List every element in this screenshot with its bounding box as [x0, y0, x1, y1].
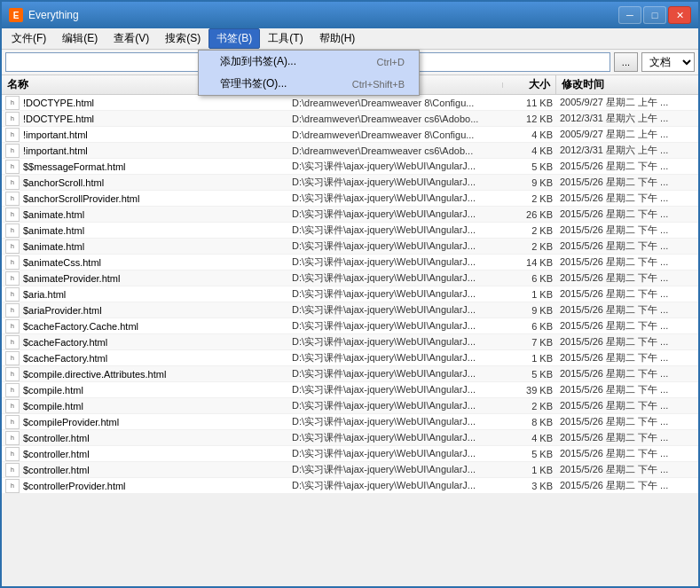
file-icon: h: [5, 415, 20, 429]
bookmark-manage-item[interactable]: 管理书签(O)... Ctrl+Shift+B: [199, 73, 419, 95]
file-name: $controllerProvider.html: [21, 481, 290, 491]
file-size: 5 KB: [503, 449, 556, 459]
file-date: 2012/3/31 星期六 上午 ...: [556, 112, 698, 125]
table-row[interactable]: h !DOCTYPE.html D:\dreamwever\Dreamweave…: [2, 111, 698, 127]
file-size: 2 KB: [503, 401, 556, 412]
menu-help[interactable]: 帮助(H): [311, 28, 364, 49]
header-date[interactable]: 修改时间: [556, 74, 698, 95]
file-list-body[interactable]: h !DOCTYPE.html D:\dreamwever\Dreamweave…: [2, 95, 698, 569]
menu-view[interactable]: 查看(V): [106, 28, 157, 49]
file-size: 2 KB: [503, 193, 556, 204]
file-icon: h: [5, 144, 20, 158]
table-row[interactable]: h $animate.html D:\实习课件\ajax-jquery\WebU…: [2, 207, 698, 223]
table-row[interactable]: h $compile.directive.Attributes.html D:\…: [2, 366, 698, 382]
file-path: D:\实习课件\ajax-jquery\WebUI\AngularJ...: [290, 335, 503, 349]
file-name: $animateProvider.html: [21, 273, 290, 284]
file-name: $compileProvider.html: [21, 417, 290, 427]
bookmark-add-item[interactable]: 添加到书签(A)... Ctrl+D: [199, 51, 419, 73]
table-row[interactable]: h $animate.html D:\实习课件\ajax-jquery\WebU…: [2, 239, 698, 255]
maximize-button[interactable]: □: [643, 6, 666, 24]
file-name: !important.html: [21, 129, 290, 140]
menu-bookmark[interactable]: 书签(B): [208, 28, 260, 49]
table-row[interactable]: h $cacheFactory.html D:\实习课件\ajax-jquery…: [2, 350, 698, 366]
file-name: $anchorScroll.html: [21, 177, 290, 188]
table-row[interactable]: h $compile.html D:\实习课件\ajax-jquery\WebU…: [2, 398, 698, 414]
file-size: 1 KB: [503, 289, 556, 300]
file-name: !important.html: [21, 145, 290, 156]
file-path: D:\实习课件\ajax-jquery\WebUI\AngularJ...: [290, 160, 503, 173]
file-size: 2 KB: [503, 241, 556, 252]
file-size: 7 KB: [503, 337, 556, 348]
table-row[interactable]: h $aria.html D:\实习课件\ajax-jquery\WebUI\A…: [2, 286, 698, 302]
close-button[interactable]: ✕: [668, 6, 691, 24]
file-path: D:\实习课件\ajax-jquery\WebUI\AngularJ...: [290, 479, 503, 492]
file-date: 2005/9/27 星期二 上午 ...: [556, 128, 698, 141]
file-icon: h: [5, 479, 20, 493]
table-row[interactable]: h $anchorScrollProvider.html D:\实习课件\aja…: [2, 191, 698, 207]
table-row[interactable]: h $animateCss.html D:\实习课件\ajax-jquery\W…: [2, 255, 698, 270]
file-name: $controller.html: [21, 433, 290, 443]
file-name: $animate.html: [21, 225, 290, 236]
main-content: 名称 大小 修改时间 h !DOCTYPE.html D:\dreamwever…: [2, 75, 698, 588]
table-row[interactable]: h $controller.html D:\实习课件\ajax-jquery\W…: [2, 446, 698, 462]
file-name: $animate.html: [21, 241, 290, 252]
dropdown-menu: 添加到书签(A)... Ctrl+D 管理书签(O)... Ctrl+Shift…: [198, 50, 420, 96]
table-row[interactable]: h $controllerProvider.html D:\实习课件\ajax-…: [2, 478, 698, 494]
table-row[interactable]: h $anchorScroll.html D:\实习课件\ajax-jquery…: [2, 175, 698, 191]
file-path: D:\实习课件\ajax-jquery\WebUI\AngularJ...: [290, 383, 503, 396]
window-controls: ─ □ ✕: [618, 6, 691, 24]
file-date: 2005/9/27 星期二 上午 ...: [556, 96, 698, 109]
table-row[interactable]: h $animate.html D:\实习课件\ajax-jquery\WebU…: [2, 223, 698, 239]
file-name: !DOCTYPE.html: [21, 114, 290, 124]
table-row[interactable]: h $cacheFactory.html D:\实习课件\ajax-jquery…: [2, 334, 698, 350]
table-row[interactable]: h $controller.html D:\实习课件\ajax-jquery\W…: [2, 430, 698, 446]
file-date: 2015/5/26 星期二 下午 ...: [556, 223, 698, 237]
file-date: 2015/5/26 星期二 下午 ...: [556, 383, 698, 396]
file-size: 5 KB: [503, 369, 556, 380]
menu-tools[interactable]: 工具(T): [260, 28, 311, 49]
file-path: D:\实习课件\ajax-jquery\WebUI\AngularJ...: [290, 208, 503, 221]
bookmark-dropdown: 添加到书签(A)... Ctrl+D 管理书签(O)... Ctrl+Shift…: [198, 50, 420, 96]
file-path: D:\实习课件\ajax-jquery\WebUI\AngularJ...: [290, 223, 503, 237]
file-path: D:\实习课件\ajax-jquery\WebUI\AngularJ...: [290, 176, 503, 189]
file-name: $cacheFactory.Cache.html: [21, 321, 290, 332]
menu-search[interactable]: 搜索(S): [157, 28, 208, 49]
file-icon: h: [5, 208, 20, 222]
table-row[interactable]: h !important.html D:\dreamwever\Dreamwea…: [2, 127, 698, 143]
filter-dropdown[interactable]: 文档: [641, 52, 695, 72]
file-path: D:\实习课件\ajax-jquery\WebUI\AngularJ...: [290, 415, 503, 428]
file-size: 9 KB: [503, 177, 556, 188]
table-row[interactable]: h $compileProvider.html D:\实习课件\ajax-jqu…: [2, 414, 698, 430]
table-row[interactable]: h $controller.html D:\实习课件\ajax-jquery\W…: [2, 462, 698, 478]
table-row[interactable]: h $animateProvider.html D:\实习课件\ajax-jqu…: [2, 270, 698, 286]
file-size: 11 KB: [503, 98, 556, 108]
file-name: $cacheFactory.html: [21, 353, 290, 364]
file-path: D:\实习课件\ajax-jquery\WebUI\AngularJ...: [290, 192, 503, 205]
table-row[interactable]: h $compile.html D:\实习课件\ajax-jquery\WebU…: [2, 382, 698, 398]
file-name: $compile.html: [21, 401, 290, 412]
file-path: D:\实习课件\ajax-jquery\WebUI\AngularJ...: [290, 431, 503, 444]
table-row[interactable]: h $ariaProvider.html D:\实习课件\ajax-jquery…: [2, 302, 698, 318]
table-row[interactable]: h !important.html D:\dreamwever\Dreamwea…: [2, 143, 698, 159]
file-size: 5 KB: [503, 161, 556, 172]
file-size: 3 KB: [503, 481, 556, 491]
file-path: D:\dreamwever\Dreamweaver 8\Configu...: [290, 98, 503, 108]
table-row[interactable]: h $$messageFormat.html D:\实习课件\ajax-jque…: [2, 159, 698, 175]
header-size[interactable]: 大小: [503, 74, 556, 95]
file-icon: h: [5, 223, 20, 238]
table-row[interactable]: h $cacheFactory.Cache.html D:\实习课件\ajax-…: [2, 318, 698, 334]
file-path: D:\实习课件\ajax-jquery\WebUI\AngularJ...: [290, 303, 503, 317]
table-row[interactable]: h !DOCTYPE.html D:\dreamwever\Dreamweave…: [2, 95, 698, 111]
menu-edit[interactable]: 编辑(E): [54, 28, 106, 49]
file-size: 2 KB: [503, 225, 556, 236]
minimize-button[interactable]: ─: [618, 6, 641, 24]
file-path: D:\实习课件\ajax-jquery\WebUI\AngularJ...: [290, 367, 503, 380]
file-date: 2015/5/26 星期二 下午 ...: [556, 176, 698, 189]
search-button[interactable]: ...: [614, 52, 638, 72]
bookmark-add-label: 添加到书签(A)...: [220, 54, 359, 69]
file-icon: h: [5, 176, 20, 190]
menu-file[interactable]: 文件(F): [4, 28, 54, 49]
file-name: $compile.html: [21, 385, 290, 396]
file-icon: h: [5, 367, 20, 381]
file-size: 6 KB: [503, 321, 556, 332]
